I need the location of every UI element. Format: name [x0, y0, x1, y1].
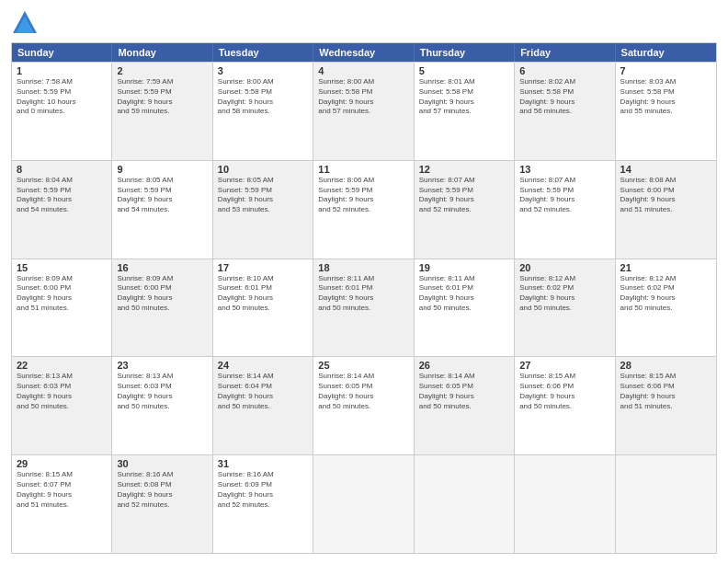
cell-text: Sunrise: 8:13 AMSunset: 6:03 PMDaylight:… [117, 372, 207, 411]
logo-icon [11, 9, 39, 37]
calendar-cell: 11Sunrise: 8:06 AMSunset: 5:59 PMDayligh… [313, 161, 414, 259]
weekday-header-saturday: Saturday [616, 43, 716, 62]
calendar-cell: 30Sunrise: 8:16 AMSunset: 6:08 PMDayligh… [112, 455, 212, 553]
logo [11, 9, 42, 37]
cell-text: Sunrise: 8:14 AMSunset: 6:04 PMDaylight:… [218, 372, 308, 411]
weekday-header-thursday: Thursday [415, 43, 515, 62]
calendar-cell: 25Sunrise: 8:14 AMSunset: 6:05 PMDayligh… [313, 357, 414, 454]
cell-text: Sunrise: 8:11 AMSunset: 6:01 PMDaylight:… [419, 274, 509, 314]
day-number: 27 [519, 360, 609, 371]
calendar-header: SundayMondayTuesdayWednesdayThursdayFrid… [12, 43, 716, 62]
day-number: 11 [318, 164, 408, 175]
cell-text: Sunrise: 8:09 AMSunset: 6:00 PMDaylight:… [117, 274, 207, 314]
day-number: 20 [519, 262, 609, 273]
cell-text: Sunrise: 8:15 AMSunset: 6:06 PMDaylight:… [620, 372, 711, 411]
day-number: 30 [117, 458, 207, 469]
calendar-cell: 15Sunrise: 8:09 AMSunset: 6:00 PMDayligh… [12, 259, 112, 357]
calendar-cell: 9Sunrise: 8:05 AMSunset: 5:59 PMDaylight… [112, 161, 212, 259]
cell-text: Sunrise: 8:05 AMSunset: 5:59 PMDaylight:… [117, 176, 207, 215]
day-number: 1 [17, 65, 107, 76]
cell-text: Sunrise: 8:10 AMSunset: 6:01 PMDaylight:… [218, 274, 308, 314]
cell-text: Sunrise: 8:06 AMSunset: 5:59 PMDaylight:… [318, 176, 408, 215]
calendar-cell: 19Sunrise: 8:11 AMSunset: 6:01 PMDayligh… [415, 259, 515, 357]
cell-text: Sunrise: 8:08 AMSunset: 6:00 PMDaylight:… [620, 176, 711, 215]
calendar-cell: 1Sunrise: 7:58 AMSunset: 5:59 PMDaylight… [12, 63, 112, 160]
cell-text: Sunrise: 8:07 AMSunset: 5:59 PMDaylight:… [519, 176, 609, 215]
calendar-row-4: 22Sunrise: 8:13 AMSunset: 6:03 PMDayligh… [12, 356, 716, 454]
day-number: 5 [419, 65, 509, 76]
day-number: 12 [419, 164, 509, 175]
cell-text: Sunrise: 8:15 AMSunset: 6:07 PMDaylight:… [17, 470, 107, 510]
page: SundayMondayTuesdayWednesdayThursdayFrid… [0, 0, 728, 563]
day-number: 7 [620, 65, 711, 76]
calendar-cell: 12Sunrise: 8:07 AMSunset: 5:59 PMDayligh… [415, 161, 515, 259]
cell-text: Sunrise: 8:03 AMSunset: 5:58 PMDaylight:… [620, 77, 711, 117]
calendar-cell: 21Sunrise: 8:12 AMSunset: 6:02 PMDayligh… [616, 259, 716, 357]
day-number: 21 [620, 262, 711, 273]
day-number: 15 [17, 262, 107, 273]
cell-text: Sunrise: 7:58 AMSunset: 5:59 PMDaylight:… [17, 77, 107, 117]
day-number: 26 [419, 360, 509, 371]
calendar-cell: 22Sunrise: 8:13 AMSunset: 6:03 PMDayligh… [12, 357, 112, 454]
cell-text: Sunrise: 8:04 AMSunset: 5:59 PMDaylight:… [17, 176, 107, 215]
cell-text: Sunrise: 8:15 AMSunset: 6:06 PMDaylight:… [519, 372, 609, 411]
cell-text: Sunrise: 8:14 AMSunset: 6:05 PMDaylight:… [419, 372, 509, 411]
day-number: 16 [117, 262, 207, 273]
day-number: 10 [218, 164, 308, 175]
calendar-cell [313, 455, 414, 553]
calendar-row-5: 29Sunrise: 8:15 AMSunset: 6:07 PMDayligh… [12, 454, 716, 553]
calendar-cell: 16Sunrise: 8:09 AMSunset: 6:00 PMDayligh… [112, 259, 212, 357]
calendar-cell: 27Sunrise: 8:15 AMSunset: 6:06 PMDayligh… [515, 357, 615, 454]
calendar-cell: 28Sunrise: 8:15 AMSunset: 6:06 PMDayligh… [616, 357, 716, 454]
cell-text: Sunrise: 8:14 AMSunset: 6:05 PMDaylight:… [318, 372, 408, 411]
day-number: 3 [218, 65, 308, 76]
weekday-header-sunday: Sunday [12, 43, 112, 62]
calendar-cell: 17Sunrise: 8:10 AMSunset: 6:01 PMDayligh… [213, 259, 313, 357]
weekday-header-tuesday: Tuesday [213, 43, 313, 62]
calendar-cell [515, 455, 615, 553]
day-number: 31 [218, 458, 308, 469]
day-number: 29 [17, 458, 107, 469]
cell-text: Sunrise: 8:12 AMSunset: 6:02 PMDaylight:… [620, 274, 711, 314]
cell-text: Sunrise: 8:00 AMSunset: 5:58 PMDaylight:… [318, 77, 408, 117]
calendar-cell: 24Sunrise: 8:14 AMSunset: 6:04 PMDayligh… [213, 357, 313, 454]
header [11, 9, 717, 37]
weekday-header-friday: Friday [515, 43, 615, 62]
day-number: 19 [419, 262, 509, 273]
cell-text: Sunrise: 8:01 AMSunset: 5:58 PMDaylight:… [419, 77, 509, 117]
cell-text: Sunrise: 8:12 AMSunset: 6:02 PMDaylight:… [519, 274, 609, 314]
day-number: 22 [17, 360, 107, 371]
calendar-row-1: 1Sunrise: 7:58 AMSunset: 5:59 PMDaylight… [12, 62, 716, 160]
calendar-row-2: 8Sunrise: 8:04 AMSunset: 5:59 PMDaylight… [12, 160, 716, 259]
weekday-header-monday: Monday [112, 43, 212, 62]
calendar-cell: 10Sunrise: 8:05 AMSunset: 5:59 PMDayligh… [213, 161, 313, 259]
calendar-cell: 23Sunrise: 8:13 AMSunset: 6:03 PMDayligh… [112, 357, 212, 454]
calendar-cell: 13Sunrise: 8:07 AMSunset: 5:59 PMDayligh… [515, 161, 615, 259]
cell-text: Sunrise: 7:59 AMSunset: 5:59 PMDaylight:… [117, 77, 207, 117]
day-number: 2 [117, 65, 207, 76]
day-number: 9 [117, 164, 207, 175]
calendar-cell: 26Sunrise: 8:14 AMSunset: 6:05 PMDayligh… [415, 357, 515, 454]
calendar-cell: 14Sunrise: 8:08 AMSunset: 6:00 PMDayligh… [616, 161, 716, 259]
day-number: 13 [519, 164, 609, 175]
calendar-cell: 6Sunrise: 8:02 AMSunset: 5:58 PMDaylight… [515, 63, 615, 160]
weekday-header-wednesday: Wednesday [313, 43, 414, 62]
day-number: 17 [218, 262, 308, 273]
cell-text: Sunrise: 8:02 AMSunset: 5:58 PMDaylight:… [519, 77, 609, 117]
cell-text: Sunrise: 8:09 AMSunset: 6:00 PMDaylight:… [17, 274, 107, 314]
cell-text: Sunrise: 8:00 AMSunset: 5:58 PMDaylight:… [218, 77, 308, 117]
calendar-cell: 18Sunrise: 8:11 AMSunset: 6:01 PMDayligh… [313, 259, 414, 357]
cell-text: Sunrise: 8:11 AMSunset: 6:01 PMDaylight:… [318, 274, 408, 314]
day-number: 14 [620, 164, 711, 175]
day-number: 24 [218, 360, 308, 371]
day-number: 8 [17, 164, 107, 175]
calendar-row-3: 15Sunrise: 8:09 AMSunset: 6:00 PMDayligh… [12, 259, 716, 357]
cell-text: Sunrise: 8:13 AMSunset: 6:03 PMDaylight:… [17, 372, 107, 411]
day-number: 25 [318, 360, 408, 371]
day-number: 18 [318, 262, 408, 273]
calendar-cell: 7Sunrise: 8:03 AMSunset: 5:58 PMDaylight… [616, 63, 716, 160]
calendar-cell: 20Sunrise: 8:12 AMSunset: 6:02 PMDayligh… [515, 259, 615, 357]
calendar-cell [415, 455, 515, 553]
calendar: SundayMondayTuesdayWednesdayThursdayFrid… [11, 42, 717, 554]
day-number: 28 [620, 360, 711, 371]
